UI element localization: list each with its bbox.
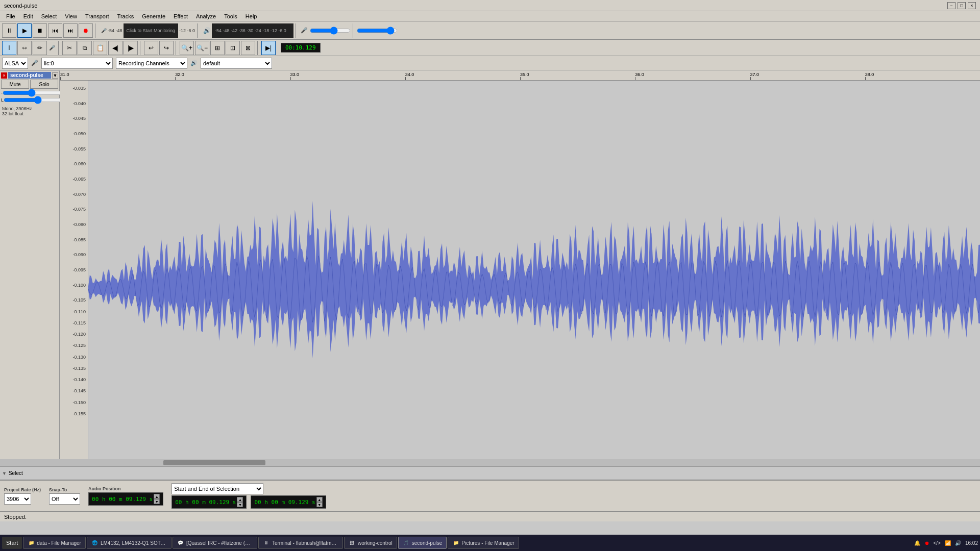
maximize-button[interactable]: □ xyxy=(958,2,966,9)
taskbar-app-4[interactable]: 🖼working-control xyxy=(344,537,397,549)
stop-button[interactable]: ⏹ xyxy=(33,23,47,38)
taskbar-app-5[interactable]: 🎵second-pulse xyxy=(398,537,447,549)
y-label-3: -0.050 xyxy=(72,131,86,136)
gain-slider[interactable] xyxy=(3,90,68,96)
transport-toolbar: ⏸ ▶ ⏹ ⏮ ⏭ ⏺ 🎤 -54 -48 Click to Start Mon… xyxy=(0,21,980,40)
prev-button[interactable]: ⏮ xyxy=(48,23,62,38)
track-collapse-button[interactable]: ▼ xyxy=(52,72,58,79)
snap-select[interactable]: Off Nearest Prior Next xyxy=(49,493,80,505)
paste-button[interactable]: 📋 xyxy=(93,41,107,55)
zoom-out-button[interactable]: 🔍− xyxy=(195,41,209,55)
expand-icon[interactable]: ▼ xyxy=(2,471,7,476)
selection-tool-button[interactable]: I xyxy=(2,41,16,55)
track-info: Mono, 3906Hz 32-bit float xyxy=(1,105,58,117)
project-rate-select[interactable]: 3906 8000 11025 22050 44100 48000 xyxy=(4,493,31,505)
taskbar-app-2[interactable]: 💬[Quassel IRC - #flatzone (Fre... xyxy=(173,537,257,549)
taskbar-wifi-icon[interactable]: 📶 xyxy=(945,540,951,546)
audio-pos-value: 00 h 00 m 09.129 s ▲ ▼ xyxy=(88,492,163,506)
sel-mode-select[interactable]: Start and End of Selection Start and Len… xyxy=(172,483,263,494)
playback-position: 00:10.129 xyxy=(281,43,321,53)
minimize-button[interactable]: − xyxy=(947,2,955,9)
pause-button[interactable]: ⏸ xyxy=(2,23,16,38)
sel-start-up[interactable]: ▲ xyxy=(237,497,243,502)
channels-select[interactable]: Recording Channels xyxy=(116,58,187,69)
zoom-full-button[interactable]: ⊠ xyxy=(241,41,255,55)
taskbar-record-icon[interactable]: ⏺ xyxy=(924,540,929,546)
sel-end-down[interactable]: ▼ xyxy=(316,502,323,507)
copy-button[interactable]: ⧉ xyxy=(78,41,92,55)
taskbar-notify-icon[interactable]: 🔔 xyxy=(914,540,920,546)
driver-select[interactable]: ALSA xyxy=(2,58,28,69)
hscroll-thumb[interactable] xyxy=(163,460,265,465)
input-gain-slider[interactable] xyxy=(310,28,351,34)
output-device-select[interactable]: default xyxy=(201,58,272,69)
waveform-container[interactable]: 31.032.033.034.035.036.037.038.039.0 -0.… xyxy=(60,70,980,459)
taskbar-code-icon[interactable]: </> xyxy=(934,540,941,546)
track-title-row: × second-pulse ▼ xyxy=(1,72,58,79)
y-label-18: -0.125 xyxy=(72,343,86,348)
menu-item-view[interactable]: View xyxy=(61,12,81,20)
input-device-select[interactable]: lic:0 xyxy=(41,58,113,69)
track-close-button[interactable]: × xyxy=(1,72,7,79)
taskbar-app-1[interactable]: 🌐LM4132, LM4132-Q1 SOT-23-... xyxy=(87,537,172,549)
next-button[interactable]: ⏭ xyxy=(63,23,78,38)
y-label-16: -0.115 xyxy=(72,320,86,325)
envelope-tool-button[interactable]: ⇿ xyxy=(17,41,32,55)
play-button[interactable]: ▶ xyxy=(17,23,32,38)
separator2 xyxy=(197,23,199,38)
taskbar-time: 16:02 xyxy=(965,540,978,546)
trim-audio-left-button[interactable]: ◀| xyxy=(108,41,122,55)
undo-button[interactable]: ↩ xyxy=(144,41,158,55)
taskbar-app-3[interactable]: 🖥Terminal - flatmush@flatmu... xyxy=(258,537,343,549)
edit-toolbar: I ⇿ ✏ 🎤 ✂ ⧉ 📋 ◀| |▶ ↩ ↪ 🔍+ 🔍− ⊞ ⊡ ⊠ ▶| 0… xyxy=(0,40,980,56)
input-meter-display[interactable]: Click to Start Monitoring xyxy=(124,23,179,38)
audio-controls: Project Rate (Hz) 3906 8000 11025 22050 … xyxy=(0,480,980,511)
solo-button[interactable]: Solo xyxy=(30,80,58,89)
waveform-area[interactable]: -0.035-0.040-0.045-0.050-0.055-0.060-0.0… xyxy=(60,81,980,459)
zoom-selection-button[interactable]: ⊞ xyxy=(210,41,225,55)
play-selection-button[interactable]: ▶| xyxy=(261,41,276,55)
taskbar-app-label-5: second-pulse xyxy=(412,540,442,546)
draw-tool-button[interactable]: ✏ xyxy=(33,41,47,55)
close-button[interactable]: × xyxy=(968,2,976,9)
audio-pos-up[interactable]: ▲ xyxy=(154,494,160,499)
project-rate-value-row: 3906 8000 11025 22050 44100 48000 xyxy=(4,493,41,505)
menu-item-file[interactable]: File xyxy=(2,12,19,20)
taskbar-volume-icon[interactable]: 🔊 xyxy=(955,540,961,546)
status-bar: Stopped. xyxy=(0,511,980,521)
menu-item-tools[interactable]: Tools xyxy=(220,12,241,20)
cut-button[interactable]: ✂ xyxy=(62,41,77,55)
y-label-15: -0.110 xyxy=(72,309,86,314)
output-meter-display[interactable]: -54 -48 -42 -36 -30 -24 -18 -12 -6 0 xyxy=(212,23,293,38)
mute-button[interactable]: Mute xyxy=(1,80,29,89)
menu-item-generate[interactable]: Generate xyxy=(138,12,169,20)
sel-end-up[interactable]: ▲ xyxy=(316,497,323,502)
menu-item-tracks[interactable]: Tracks xyxy=(113,12,138,20)
menu-item-effect[interactable]: Effect xyxy=(169,12,192,20)
y-label-0: -0.035 xyxy=(72,86,86,91)
menu-item-edit[interactable]: Edit xyxy=(19,12,37,20)
menu-item-transport[interactable]: Transport xyxy=(81,12,113,20)
redo-button[interactable]: ↪ xyxy=(159,41,174,55)
sel-start-down[interactable]: ▼ xyxy=(237,502,243,507)
record-button[interactable]: ⏺ xyxy=(79,23,93,38)
waveform-svg-container[interactable] xyxy=(88,81,980,459)
pan-slider[interactable] xyxy=(4,97,69,103)
taskbar-app-icon-2: 💬 xyxy=(177,539,184,546)
window-controls: − □ × xyxy=(947,2,976,9)
zoom-fit-button[interactable]: ⊡ xyxy=(226,41,240,55)
snap-label: Snap-To xyxy=(49,487,80,492)
waveform-hscroll[interactable] xyxy=(0,459,980,466)
start-button[interactable]: Start xyxy=(2,537,22,549)
y-label-9: -0.080 xyxy=(72,222,86,227)
menu-item-help[interactable]: Help xyxy=(241,12,261,20)
taskbar: Start 📁data - File Manager🌐LM4132, LM413… xyxy=(0,535,980,551)
trim-audio-right-button[interactable]: |▶ xyxy=(124,41,138,55)
output-gain-slider[interactable] xyxy=(357,28,398,34)
taskbar-app-6[interactable]: 📁Pictures - File Manager xyxy=(448,537,519,549)
menu-item-analyze[interactable]: Analyze xyxy=(192,12,220,20)
zoom-in-button[interactable]: 🔍+ xyxy=(180,41,194,55)
taskbar-app-0[interactable]: 📁data - File Manager xyxy=(23,537,86,549)
menu-item-select[interactable]: Select xyxy=(37,12,61,20)
audio-pos-down[interactable]: ▼ xyxy=(154,499,160,504)
